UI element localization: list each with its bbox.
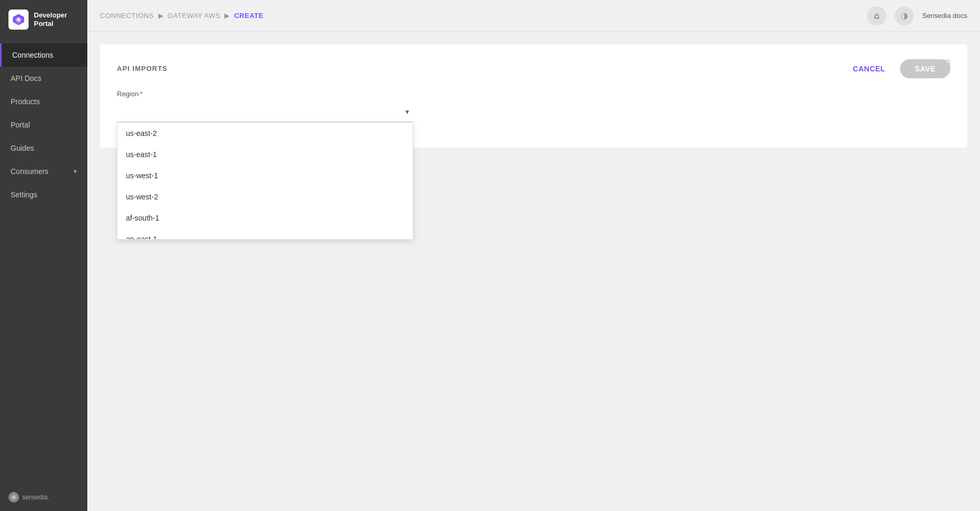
sidebar-item-connections[interactable]: Connections [0, 43, 87, 67]
required-indicator: * [140, 90, 142, 98]
region-form-group: Region* us-east-2us-east-1us-west-1us-we… [117, 90, 950, 122]
chevron-down-icon: ▾ [74, 168, 77, 175]
sensedia-logo: sensedia. [8, 492, 49, 503]
sidebar-item-settings[interactable]: Settings [0, 183, 87, 206]
breadcrumb-arrow-1: ▶ [158, 12, 164, 20]
content-area: API IMPORTS CANCEL SAVE Region* [87, 32, 980, 511]
region-label: Region* [117, 90, 950, 98]
dropdown-item[interactable]: us-east-1 [117, 144, 413, 165]
region-select-wrapper: us-east-2us-east-1us-west-1us-west-2af-s… [117, 101, 413, 122]
sidebar-logo: Developer Portal [0, 0, 87, 39]
svg-point-2 [17, 18, 20, 21]
breadcrumb-arrow-2: ▶ [224, 12, 230, 20]
breadcrumb-gateway-aws[interactable]: Gateway AWS [168, 12, 221, 20]
logo-text: Developer Portal [34, 11, 67, 28]
header: CONNECTIONS ▶ Gateway AWS ▶ Create ⌂ ◑ S… [87, 0, 980, 32]
sidebar-item-portal[interactable]: Portal [0, 113, 87, 136]
docs-link[interactable]: Sensedia docs [922, 12, 967, 20]
sidebar-item-api-docs[interactable]: API Docs [0, 67, 87, 90]
profile-icon: ◑ [901, 11, 908, 21]
sidebar-item-products[interactable]: Products [0, 90, 87, 113]
dropdown-item[interactable]: us-west-2 [117, 186, 413, 207]
home-button[interactable]: ⌂ [867, 6, 886, 25]
section-title: API IMPORTS [117, 65, 168, 72]
sidebar-nav: Connections API Docs Products Portal Gui… [0, 43, 87, 483]
breadcrumb-connections[interactable]: CONNECTIONS [100, 12, 154, 20]
header-actions: ⌂ ◑ Sensedia docs [867, 6, 967, 25]
api-imports-card: API IMPORTS CANCEL SAVE Region* [100, 44, 967, 148]
form-actions: CANCEL SAVE [847, 59, 950, 78]
card-header: API IMPORTS [117, 59, 950, 77]
dropdown-item[interactable]: us-east-2 [117, 123, 413, 144]
dropdown-item[interactable]: af-south-1 [117, 207, 413, 229]
logo-icon [8, 10, 29, 30]
sidebar-bottom: sensedia. [0, 483, 87, 511]
region-dropdown-menu: us-east-2us-east-1us-west-1us-west-2af-s… [117, 122, 413, 240]
main-content: CONNECTIONS ▶ Gateway AWS ▶ Create ⌂ ◑ S… [87, 0, 980, 511]
breadcrumb: CONNECTIONS ▶ Gateway AWS ▶ Create [100, 12, 867, 20]
region-select[interactable]: us-east-2us-east-1us-west-1us-west-2af-s… [117, 101, 413, 122]
save-button[interactable]: SAVE [900, 59, 950, 78]
sidebar-item-guides[interactable]: Guides [0, 136, 87, 160]
dropdown-item[interactable]: ap-east-1 [117, 229, 413, 239]
home-icon: ⌂ [874, 11, 879, 21]
sidebar: Developer Portal Connections API Docs Pr… [0, 0, 87, 511]
profile-button[interactable]: ◑ [895, 6, 914, 25]
region-dropdown-list: us-east-2us-east-1us-west-1us-west-2af-s… [117, 123, 413, 239]
cancel-button[interactable]: CANCEL [847, 60, 892, 77]
dropdown-item[interactable]: us-west-1 [117, 165, 413, 186]
sidebar-item-consumers[interactable]: Consumers ▾ [0, 160, 87, 183]
sensedia-dot-icon [8, 492, 19, 503]
breadcrumb-create: Create [234, 12, 263, 20]
